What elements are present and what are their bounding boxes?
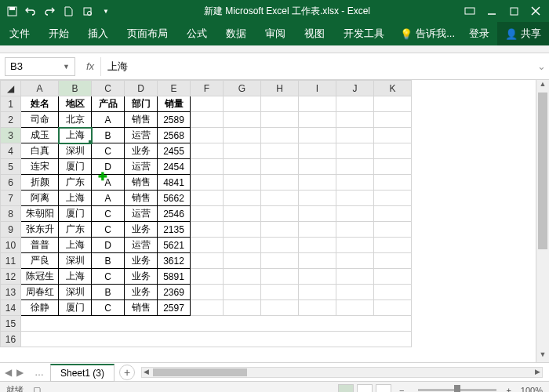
col-header[interactable]: B [59, 81, 92, 96]
cell[interactable]: 销量 [158, 96, 191, 112]
cell[interactable]: 普普 [21, 238, 59, 253]
cell[interactable]: 3612 [158, 253, 191, 269]
cell[interactable] [191, 253, 224, 269]
sheet-tab[interactable]: Sheet1 (3) [50, 364, 115, 382]
cell[interactable]: D [92, 159, 125, 175]
maximize-icon[interactable] [508, 5, 519, 16]
cell[interactable]: A [92, 112, 125, 128]
cell[interactable]: 陈冠生 [21, 269, 59, 285]
cell[interactable]: 2455 [158, 143, 191, 159]
zoom-out-button[interactable]: − [399, 386, 404, 393]
row-header[interactable]: 1 [1, 96, 21, 112]
page-break-view-button[interactable] [376, 384, 391, 393]
add-sheet-button[interactable]: + [119, 365, 135, 380]
cell[interactable] [224, 238, 261, 253]
cell[interactable] [299, 300, 336, 316]
cell[interactable]: C [92, 300, 125, 316]
cell[interactable]: 业务 [125, 285, 158, 300]
fill-handle[interactable] [89, 140, 92, 143]
cell[interactable]: 运营 [125, 206, 158, 222]
cell[interactable]: 北京 [59, 112, 92, 128]
cell[interactable] [336, 112, 374, 128]
tab-developer[interactable]: 开发工具 [334, 22, 394, 45]
ribbon-options-icon[interactable] [464, 5, 475, 16]
cell[interactable] [261, 112, 299, 128]
cell[interactable]: 朱朝阳 [21, 206, 59, 222]
cell[interactable]: 厦门 [59, 300, 92, 316]
cell[interactable] [261, 238, 299, 253]
name-box[interactable]: B3 ▼ [5, 57, 75, 76]
cell[interactable] [336, 159, 374, 175]
col-header[interactable]: H [261, 81, 299, 96]
cell[interactable] [299, 96, 336, 112]
cell[interactable]: 销售 [125, 300, 158, 316]
cell[interactable] [299, 285, 336, 300]
cell[interactable] [261, 159, 299, 175]
sheet-next-icon[interactable]: ▶ [16, 367, 24, 378]
tab-view[interactable]: 视图 [295, 22, 334, 45]
cell[interactable] [299, 222, 336, 238]
cell[interactable]: 徐静 [21, 300, 59, 316]
cell[interactable]: 运营 [125, 159, 158, 175]
cell[interactable] [224, 175, 261, 191]
row-header[interactable]: 5 [1, 159, 21, 175]
cell[interactable]: C [92, 269, 125, 285]
cell[interactable]: C [92, 206, 125, 222]
col-header[interactable]: J [336, 81, 374, 96]
cell[interactable] [374, 238, 412, 253]
cell[interactable]: 业务 [125, 253, 158, 269]
cell[interactable]: C [92, 222, 125, 238]
normal-view-button[interactable] [338, 384, 354, 393]
cell[interactable]: 广东 [59, 222, 92, 238]
cell[interactable]: 司命 [21, 112, 59, 128]
cell[interactable]: A [92, 191, 125, 206]
cell[interactable]: 业务 [125, 143, 158, 159]
cell[interactable]: 运营 [125, 238, 158, 253]
cell[interactable] [261, 143, 299, 159]
cell[interactable]: 运营 [125, 128, 158, 143]
scroll-thumb[interactable] [538, 93, 547, 249]
redo-icon[interactable] [44, 5, 55, 16]
row-header[interactable]: 4 [1, 143, 21, 159]
cell[interactable] [191, 206, 224, 222]
cell[interactable] [191, 269, 224, 285]
cell[interactable]: 4841 [158, 175, 191, 191]
col-header[interactable]: K [374, 81, 412, 96]
cell[interactable] [299, 206, 336, 222]
cell[interactable] [224, 191, 261, 206]
row-header[interactable]: 15 [1, 316, 21, 332]
row-header[interactable]: 11 [1, 253, 21, 269]
cell[interactable] [336, 253, 374, 269]
cell[interactable] [336, 96, 374, 112]
zoom-knob[interactable] [454, 385, 460, 392]
cell[interactable]: 2546 [158, 206, 191, 222]
cell[interactable]: 折颜 [21, 175, 59, 191]
name-box-dropdown-icon[interactable]: ▼ [63, 63, 70, 71]
cell[interactable] [374, 128, 412, 143]
cell[interactable]: B [92, 285, 125, 300]
tab-file[interactable]: 文件 [0, 22, 39, 45]
tab-review[interactable]: 审阅 [256, 22, 295, 45]
cell[interactable] [191, 159, 224, 175]
cell[interactable] [191, 238, 224, 253]
cell[interactable] [336, 269, 374, 285]
zoom-slider[interactable] [418, 389, 496, 391]
zoom-level[interactable]: 100% [521, 386, 543, 393]
save-icon[interactable] [6, 5, 17, 16]
cell[interactable] [374, 143, 412, 159]
cell[interactable] [374, 175, 412, 191]
cell[interactable]: 地区 [59, 96, 92, 112]
row-header[interactable]: 6 [1, 175, 21, 191]
cell[interactable] [299, 191, 336, 206]
cell[interactable] [299, 159, 336, 175]
col-header[interactable]: G [224, 81, 261, 96]
login-button[interactable]: 登录 [461, 27, 497, 41]
cell[interactable] [224, 300, 261, 316]
tell-me[interactable]: 💡告诉我... [394, 27, 461, 41]
cell[interactable] [374, 206, 412, 222]
cell[interactable] [261, 128, 299, 143]
cell[interactable] [336, 175, 374, 191]
cell[interactable] [191, 96, 224, 112]
qat-dropdown-icon[interactable]: ▼ [100, 5, 111, 16]
col-header[interactable]: E [158, 81, 191, 96]
